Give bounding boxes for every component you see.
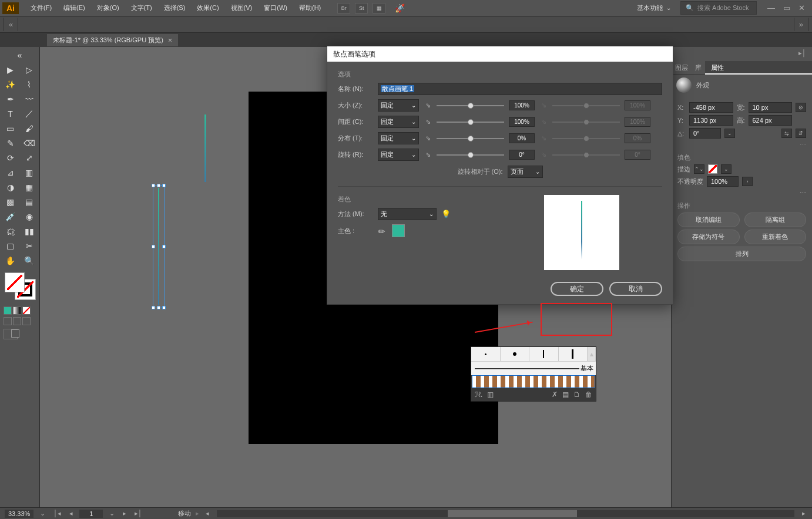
w-field[interactable]: 10 px [749,102,793,113]
scroll-left-icon[interactable]: ◂ [204,510,211,517]
y-field[interactable]: 1130 px [689,115,733,126]
arrange-documents-icon[interactable]: ▦ [373,3,385,14]
save-symbol-button[interactable]: 存储为符号 [677,230,740,244]
document-tab-close-icon[interactable]: × [168,36,173,45]
toolbar-collapse-right[interactable]: » [794,18,808,31]
angle-dropdown-icon[interactable]: ⌄ [724,129,735,138]
gradient-tool[interactable]: ▤ [20,195,38,209]
appearance-more-icon[interactable]: ⋯ [800,189,806,197]
selection-bounding-box[interactable] [153,185,165,308]
menu-help[interactable]: 帮助(H) [293,4,327,12]
opacity-field[interactable]: 100% [707,176,739,187]
zoom-tool[interactable]: 🔍 [20,254,38,268]
size-value-field[interactable]: 100% [509,100,535,110]
next-artboard-icon[interactable]: ▸ [121,510,128,517]
search-stock-input[interactable]: 🔍 搜索 Adobe Stock [680,1,757,15]
type-tool[interactable]: T [1,107,19,121]
last-artboard-icon[interactable]: ▸│ [133,510,144,517]
magic-wand-tool[interactable]: ✨ [1,77,19,92]
resize-handle[interactable] [152,245,155,248]
blend-tool[interactable]: ◉ [20,210,38,224]
resize-handle[interactable] [152,306,155,309]
column-graph-tool[interactable]: ▮▮ [20,224,38,238]
rotate-relative-dropdown[interactable]: 页面 [508,166,543,178]
brush-preset[interactable] [529,347,559,361]
scatter-mode-dropdown[interactable]: 固定 [378,132,419,144]
menu-select[interactable]: 选择(S) [158,4,192,12]
bridge-icon[interactable]: Br [337,3,350,14]
color-mode-chip[interactable] [4,306,12,315]
window-minimize-icon[interactable]: — [767,4,775,12]
scrollbar-thumb[interactable] [448,510,577,517]
shaper-tool[interactable]: ✎ [1,136,19,150]
free-transform-tool[interactable]: ▥ [20,166,38,180]
angle-field[interactable]: 0° [689,128,721,139]
window-restore-icon[interactable]: ▭ [783,4,790,12]
brush-preset[interactable] [559,347,588,361]
line-segment-tool[interactable]: ／ [20,107,38,121]
toolbar-collapse-icon[interactable]: « [1,48,38,62]
prev-artboard-icon[interactable]: ◂ [68,510,75,517]
draw-behind-icon[interactable] [13,317,21,325]
keycolor-swatch[interactable] [392,224,405,237]
transform-more-icon[interactable]: ⋯ [800,141,806,149]
brush-preset[interactable] [501,347,530,361]
slice-tool[interactable]: ✂ [20,239,38,253]
opacity-dropdown-icon[interactable]: › [742,177,753,186]
menu-window[interactable]: 窗口(W) [258,4,293,12]
menu-view[interactable]: 视图(V) [225,4,259,12]
stroke-dropdown-icon[interactable]: ⌄ [721,164,732,174]
h-field[interactable]: 624 px [749,115,793,126]
x-field[interactable]: -458 px [689,102,733,113]
zoom-dropdown-icon[interactable]: ⌄ [38,510,47,517]
brush-library-icon[interactable]: ℐℓ. [475,390,482,399]
hand-tool[interactable]: ✋ [1,254,19,268]
selection-tool[interactable]: ▶ [1,63,19,77]
brush-preset[interactable] [471,347,501,361]
first-artboard-icon[interactable]: │◂ [52,510,63,517]
artboard-dropdown-icon[interactable]: ⌄ [108,510,116,517]
method-dropdown[interactable]: 无 [378,208,437,220]
draw-normal-icon[interactable] [4,317,12,325]
flip-horizontal-icon[interactable]: ⇋ [781,129,792,138]
eyedropper-tool[interactable]: 💉 [1,210,19,224]
gpu-icon[interactable]: 🚀 [390,1,409,15]
draw-inside-icon[interactable] [22,317,31,325]
size-slider[interactable] [437,102,504,110]
stock-icon[interactable]: St [355,3,368,14]
rectangle-tool[interactable]: ▭ [1,122,19,136]
appearance-sphere-icon[interactable] [676,77,692,93]
spacing-slider[interactable] [437,118,504,126]
shape-builder-tool[interactable]: ◑ [1,180,19,194]
brush-name-input[interactable]: 散点画笔 1 [378,83,662,95]
size-mode-dropdown[interactable]: 固定 [378,99,419,112]
stroke-weight-stepper[interactable]: ⌃⌄ [694,164,704,174]
resize-handle[interactable] [162,306,166,309]
scatter-value-field[interactable]: 0% [509,133,535,143]
direct-selection-tool[interactable]: ▷ [20,63,38,77]
resize-handle[interactable] [152,184,155,187]
menu-type[interactable]: 文字(T) [125,4,158,12]
brush-libraries-menu-icon[interactable]: ▥ [487,390,494,399]
window-close-icon[interactable]: ✕ [798,4,805,12]
link-wh-icon[interactable]: ⊘ [796,103,806,112]
menu-edit[interactable]: 编辑(E) [58,4,91,12]
tab-properties[interactable]: 属性 [705,61,812,75]
scale-tool[interactable]: ⤢ [20,151,38,165]
ok-button[interactable]: 确定 [551,282,603,296]
size-link-icon[interactable]: ⇘ [424,102,432,109]
symbol-sprayer-tool[interactable]: 🗯 [1,224,19,238]
rotation-slider[interactable] [437,151,504,159]
brush-basic-row[interactable]: 基本 [471,361,596,375]
toolbar-collapse-left[interactable]: « [4,18,18,31]
resize-handle[interactable] [157,306,160,309]
keycolor-eyedropper-icon[interactable]: ✎ [376,224,390,238]
screen-mode-icon[interactable] [4,329,18,339]
resize-handle[interactable] [157,184,160,187]
spacing-mode-dropdown[interactable]: 固定 [378,116,419,128]
artboard-tool[interactable]: ▢ [1,239,19,253]
lasso-tool[interactable]: ⌇ [20,77,38,92]
cancel-button[interactable]: 取消 [609,282,662,296]
isolate-button[interactable]: 隔离组 [744,213,807,227]
brush-remove-stroke-icon[interactable]: ✗ [552,390,558,399]
